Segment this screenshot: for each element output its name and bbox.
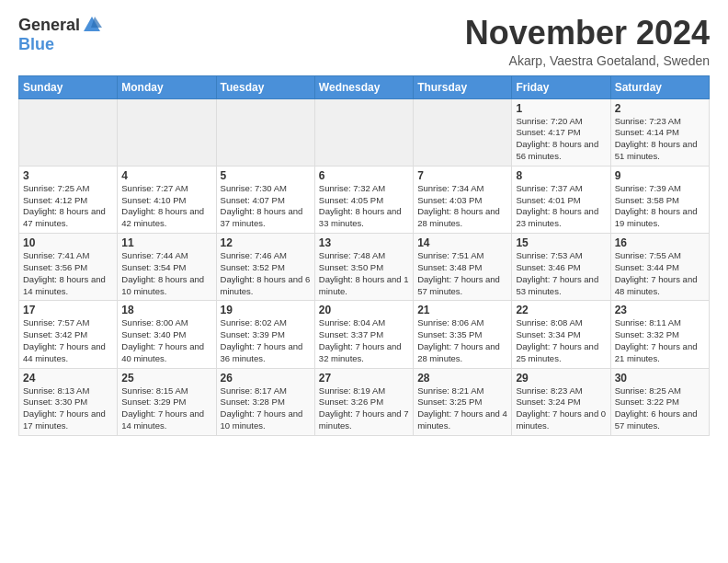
calendar-week-row: 17Sunrise: 7:57 AM Sunset: 3:42 PM Dayli…	[19, 301, 710, 368]
calendar-cell: 19Sunrise: 8:02 AM Sunset: 3:39 PM Dayli…	[216, 301, 314, 368]
day-info: Sunrise: 8:19 AM Sunset: 3:26 PM Dayligh…	[319, 385, 409, 432]
day-number: 11	[121, 236, 211, 249]
calendar-cell: 20Sunrise: 8:04 AM Sunset: 3:37 PM Dayli…	[314, 301, 413, 368]
weekday-header: Sunday	[19, 75, 118, 98]
day-info: Sunrise: 8:02 AM Sunset: 3:39 PM Dayligh…	[221, 317, 311, 364]
weekday-header: Saturday	[610, 75, 709, 98]
day-info: Sunrise: 8:11 AM Sunset: 3:32 PM Dayligh…	[615, 317, 705, 364]
day-info: Sunrise: 7:34 AM Sunset: 4:03 PM Dayligh…	[417, 183, 507, 230]
day-number: 18	[121, 304, 211, 316]
logo-icon	[82, 15, 102, 35]
calendar-cell: 8Sunrise: 7:37 AM Sunset: 4:01 PM Daylig…	[512, 166, 610, 233]
calendar-cell: 26Sunrise: 8:17 AM Sunset: 3:28 PM Dayli…	[216, 368, 314, 435]
day-number: 6	[319, 169, 409, 182]
weekday-header: Monday	[118, 75, 216, 98]
day-number: 5	[221, 169, 311, 182]
day-info: Sunrise: 8:08 AM Sunset: 3:34 PM Dayligh…	[516, 317, 606, 364]
calendar-cell	[314, 98, 413, 166]
day-number: 3	[23, 169, 113, 182]
calendar-cell: 1Sunrise: 7:20 AM Sunset: 4:17 PM Daylig…	[512, 98, 610, 166]
day-info: Sunrise: 8:17 AM Sunset: 3:28 PM Dayligh…	[221, 385, 311, 432]
day-info: Sunrise: 7:46 AM Sunset: 3:52 PM Dayligh…	[221, 250, 311, 297]
calendar-cell: 4Sunrise: 7:27 AM Sunset: 4:10 PM Daylig…	[118, 166, 216, 233]
page: General Blue November 2024 Akarp, Vaestr…	[0, 0, 728, 563]
day-info: Sunrise: 7:41 AM Sunset: 3:56 PM Dayligh…	[23, 250, 113, 297]
calendar-cell: 15Sunrise: 7:53 AM Sunset: 3:46 PM Dayli…	[512, 234, 610, 301]
day-number: 23	[615, 304, 705, 316]
title-section: November 2024 Akarp, Vaestra Goetaland, …	[465, 15, 710, 68]
calendar-cell	[216, 98, 314, 166]
day-number: 19	[221, 304, 311, 316]
day-number: 9	[615, 169, 705, 182]
day-info: Sunrise: 8:21 AM Sunset: 3:25 PM Dayligh…	[417, 385, 507, 432]
day-number: 26	[221, 372, 311, 385]
day-number: 20	[319, 304, 409, 316]
day-number: 17	[23, 304, 113, 316]
day-number: 2	[615, 102, 705, 115]
day-number: 13	[319, 236, 409, 249]
weekday-header: Thursday	[414, 75, 512, 98]
calendar-week-row: 1Sunrise: 7:20 AM Sunset: 4:17 PM Daylig…	[19, 98, 710, 166]
logo: General Blue	[18, 15, 102, 54]
day-info: Sunrise: 8:15 AM Sunset: 3:29 PM Dayligh…	[121, 385, 211, 432]
logo-general: General	[18, 16, 80, 35]
day-info: Sunrise: 7:32 AM Sunset: 4:05 PM Dayligh…	[319, 183, 409, 230]
calendar-cell: 7Sunrise: 7:34 AM Sunset: 4:03 PM Daylig…	[414, 166, 512, 233]
day-number: 4	[121, 169, 211, 182]
calendar-cell: 29Sunrise: 8:23 AM Sunset: 3:24 PM Dayli…	[512, 368, 610, 435]
calendar-cell: 5Sunrise: 7:30 AM Sunset: 4:07 PM Daylig…	[216, 166, 314, 233]
weekday-header: Friday	[512, 75, 610, 98]
day-info: Sunrise: 7:44 AM Sunset: 3:54 PM Dayligh…	[121, 250, 211, 297]
calendar-cell: 24Sunrise: 8:13 AM Sunset: 3:30 PM Dayli…	[19, 368, 118, 435]
day-number: 7	[417, 169, 507, 182]
day-info: Sunrise: 8:13 AM Sunset: 3:30 PM Dayligh…	[23, 385, 113, 432]
day-number: 1	[516, 102, 606, 115]
calendar-cell: 9Sunrise: 7:39 AM Sunset: 3:58 PM Daylig…	[610, 166, 709, 233]
calendar-cell: 14Sunrise: 7:51 AM Sunset: 3:48 PM Dayli…	[414, 234, 512, 301]
day-info: Sunrise: 7:55 AM Sunset: 3:44 PM Dayligh…	[615, 250, 705, 297]
calendar-cell: 6Sunrise: 7:32 AM Sunset: 4:05 PM Daylig…	[314, 166, 413, 233]
calendar-cell: 16Sunrise: 7:55 AM Sunset: 3:44 PM Dayli…	[610, 234, 709, 301]
day-info: Sunrise: 8:06 AM Sunset: 3:35 PM Dayligh…	[417, 317, 507, 364]
day-info: Sunrise: 7:39 AM Sunset: 3:58 PM Dayligh…	[615, 183, 705, 230]
day-number: 30	[615, 372, 705, 385]
location-subtitle: Akarp, Vaestra Goetaland, Sweden	[465, 53, 710, 68]
day-number: 25	[121, 372, 211, 385]
day-info: Sunrise: 7:51 AM Sunset: 3:48 PM Dayligh…	[417, 250, 507, 297]
day-info: Sunrise: 7:23 AM Sunset: 4:14 PM Dayligh…	[615, 116, 705, 163]
calendar-cell: 11Sunrise: 7:44 AM Sunset: 3:54 PM Dayli…	[118, 234, 216, 301]
day-info: Sunrise: 7:25 AM Sunset: 4:12 PM Dayligh…	[23, 183, 113, 230]
calendar-cell: 13Sunrise: 7:48 AM Sunset: 3:50 PM Dayli…	[314, 234, 413, 301]
calendar-cell: 22Sunrise: 8:08 AM Sunset: 3:34 PM Dayli…	[512, 301, 610, 368]
calendar-week-row: 10Sunrise: 7:41 AM Sunset: 3:56 PM Dayli…	[19, 234, 710, 301]
calendar-week-row: 3Sunrise: 7:25 AM Sunset: 4:12 PM Daylig…	[19, 166, 710, 233]
calendar-cell: 28Sunrise: 8:21 AM Sunset: 3:25 PM Dayli…	[414, 368, 512, 435]
calendar-cell: 21Sunrise: 8:06 AM Sunset: 3:35 PM Dayli…	[414, 301, 512, 368]
logo-blue: Blue	[18, 35, 54, 54]
calendar-cell: 18Sunrise: 8:00 AM Sunset: 3:40 PM Dayli…	[118, 301, 216, 368]
calendar-cell: 30Sunrise: 8:25 AM Sunset: 3:22 PM Dayli…	[610, 368, 709, 435]
calendar-cell: 10Sunrise: 7:41 AM Sunset: 3:56 PM Dayli…	[19, 234, 118, 301]
weekday-header: Wednesday	[314, 75, 413, 98]
calendar-cell: 12Sunrise: 7:46 AM Sunset: 3:52 PM Dayli…	[216, 234, 314, 301]
header: General Blue November 2024 Akarp, Vaestr…	[18, 15, 710, 68]
day-number: 21	[417, 304, 507, 316]
day-number: 8	[516, 169, 606, 182]
weekday-header: Tuesday	[216, 75, 314, 98]
month-title: November 2024	[465, 15, 710, 52]
day-info: Sunrise: 7:37 AM Sunset: 4:01 PM Dayligh…	[516, 183, 606, 230]
day-number: 12	[221, 236, 311, 249]
calendar-cell: 23Sunrise: 8:11 AM Sunset: 3:32 PM Dayli…	[610, 301, 709, 368]
calendar-cell: 17Sunrise: 7:57 AM Sunset: 3:42 PM Dayli…	[19, 301, 118, 368]
day-info: Sunrise: 7:30 AM Sunset: 4:07 PM Dayligh…	[221, 183, 311, 230]
day-number: 10	[23, 236, 113, 249]
day-info: Sunrise: 7:48 AM Sunset: 3:50 PM Dayligh…	[319, 250, 409, 297]
day-number: 28	[417, 372, 507, 385]
day-number: 27	[319, 372, 409, 385]
calendar-cell: 3Sunrise: 7:25 AM Sunset: 4:12 PM Daylig…	[19, 166, 118, 233]
calendar-cell	[19, 98, 118, 166]
day-info: Sunrise: 8:04 AM Sunset: 3:37 PM Dayligh…	[319, 317, 409, 364]
calendar-cell	[118, 98, 216, 166]
day-number: 15	[516, 236, 606, 249]
day-info: Sunrise: 7:27 AM Sunset: 4:10 PM Dayligh…	[121, 183, 211, 230]
